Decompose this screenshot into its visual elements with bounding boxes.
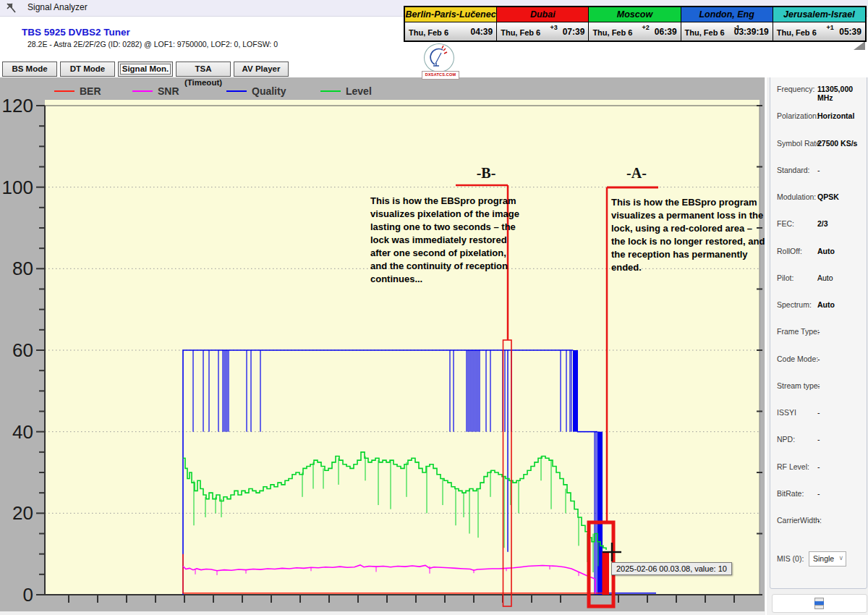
clock-city: Moscow (589, 7, 680, 22)
clock-time-cell: Thu, Feb 6+307:39 (497, 22, 588, 41)
svg-text:120: 120 (2, 95, 33, 116)
svg-text:80: 80 (12, 258, 33, 279)
transponder-label: BitRate: (777, 489, 804, 498)
mis-row: MIS (0): Single ∨ (767, 551, 868, 567)
snr-line-swatch (132, 90, 153, 92)
transponder-label: Symbol Rate: (777, 139, 822, 148)
window-title: Signal Analyzer (27, 2, 88, 12)
transponder-value: - (817, 355, 820, 363)
app-icon (6, 2, 17, 14)
transponder-row: Stream type:- (767, 381, 868, 393)
chevron-down-icon: ∨ (838, 554, 843, 561)
transponder-panel: Transponder [DT] Frequency:11305,000 MHz… (765, 45, 868, 615)
transponder-row: Standard:- (767, 166, 868, 177)
transponder-value: QPSK (817, 192, 839, 201)
tab-signal-mon[interactable]: Signal Mon. (118, 62, 173, 77)
transponder-row: FEC:2/3 (767, 219, 868, 231)
transponder-label: ISSYI (777, 408, 796, 417)
clock-city: London, Eng (681, 7, 773, 22)
transponder-row: Frame Type:- (767, 327, 868, 339)
world-clock-panel[interactable]: Berlin-Paris-LučenecThu, Feb 604:39Dubai… (404, 6, 867, 42)
transponder-row: Pilot:Auto (767, 273, 868, 285)
clock-time-cell: Thu, Feb 6+206:39 (589, 22, 680, 41)
transponder-label: Frame Type: (777, 327, 820, 336)
clock-date: Thu, Feb 6 (501, 28, 540, 37)
clock-time: 05:39 (839, 27, 861, 37)
annotation-a-text: This is how the EBSpro programvisualizes… (611, 196, 765, 274)
transponder-label: NPD: (777, 435, 795, 444)
clock-time: 03:39:19 (734, 27, 769, 37)
clock-utc-offset: +1 (827, 24, 834, 31)
transponder-value: 27500 KS/s (817, 139, 857, 148)
quality-line-swatch (226, 90, 247, 92)
clock-berlin-paris-lu-enec: Berlin-Paris-LučenecThu, Feb 604:39 (405, 7, 497, 41)
transponder-value: 2/3 (817, 219, 828, 228)
logo-caption: DXSATCS.COM (422, 71, 459, 80)
clock-utc-offset: +3 (550, 24, 557, 31)
legend-level: Level (320, 85, 372, 98)
logo-oval (424, 43, 454, 72)
ber-line-swatch (54, 90, 75, 92)
chart-region: 020406080100120 BER SNR Quality Level -B… (0, 77, 765, 611)
clock-time: 07:39 (563, 27, 585, 37)
clock-city: Dubai (497, 7, 588, 22)
transponder-label: Modulation: (777, 192, 816, 201)
transponder-value: - (817, 327, 820, 336)
transponder-row: RF Level:- (767, 462, 868, 474)
transponder-value: Auto (817, 247, 835, 255)
clock-city: Jerusalem-Israel (773, 7, 865, 22)
chart-tooltip: 2025-02-06 00.03.08, value: 10 (611, 562, 732, 575)
annotation-b-label: -B- (457, 165, 515, 182)
mis-value: Single (813, 554, 834, 563)
transponder-value: - (817, 381, 820, 390)
transponder-value: - (817, 516, 820, 525)
tab-bs-mode[interactable]: BS Mode (2, 62, 57, 77)
tab-av-player[interactable]: AV Player (234, 62, 289, 77)
transponder-label: Frequency: (777, 85, 815, 93)
transponder-value: Horizontal (817, 111, 854, 120)
stream-list-icon (814, 598, 824, 609)
clock-date: Thu, Feb 6 (592, 28, 632, 37)
svg-text:20: 20 (12, 502, 33, 524)
legend-ber: BER (54, 85, 101, 98)
transponder-value: - (817, 435, 820, 444)
clock-dubai: DubaiThu, Feb 6+307:39 (497, 7, 589, 41)
tab-dt-mode[interactable]: DT Mode (60, 62, 115, 77)
resize-grip-icon[interactable] (854, 41, 865, 50)
transponder-row: Polarization:Horizontal (767, 111, 868, 123)
transponder-value: 11305,000 MHz (817, 85, 868, 102)
transponder-label: Code Mode: (777, 355, 818, 363)
transport-stream-button[interactable] (772, 594, 867, 613)
clock-moscow: MoscowThu, Feb 6+206:39 (589, 7, 681, 41)
transponder-label: CarrierWidth: (777, 516, 822, 525)
satellite-dish-icon (425, 44, 454, 72)
svg-text:40: 40 (12, 421, 33, 443)
transponder-label: Polarization: (777, 111, 819, 120)
tab-tsa-timeout[interactable]: TSA (Timeout) (176, 62, 231, 77)
mis-label: MIS (0): (777, 554, 804, 563)
level-line-swatch (320, 90, 341, 92)
annotation-b-text: This is how the EBSpro programvisualizes… (370, 195, 519, 286)
transponder-value: - (817, 462, 820, 471)
dxsatcs-logo: DXSATCS.COM (422, 43, 458, 80)
transponder-label: FEC: (777, 219, 794, 228)
transponder-row: Symbol Rate:27500 KS/s (767, 139, 868, 150)
clock-london-eng: London, EngThu, Feb 6-103:39:19 (681, 7, 773, 41)
transponder-row: CarrierWidth:- (767, 516, 868, 527)
annotation-a-label: -A- (608, 165, 665, 182)
clock-utc-offset: +2 (642, 24, 650, 31)
clock-time: 06:39 (655, 27, 677, 37)
transponder-row: BitRate:- (767, 489, 868, 501)
transponder-label: Stream type: (777, 381, 820, 390)
transponder-value: - (817, 489, 820, 498)
transponder-label: Pilot: (777, 273, 793, 282)
clock-time-cell: Thu, Feb 604:39 (405, 22, 496, 41)
transponder-value: Auto (817, 300, 835, 309)
clock-date: Thu, Feb 6 (685, 28, 725, 37)
mis-dropdown[interactable]: Single ∨ (809, 551, 846, 567)
device-title: TBS 5925 DVBS2 Tuner (22, 27, 130, 38)
signal-chart[interactable]: 020406080100120 (0, 77, 765, 611)
legend-snr: SNR (132, 85, 179, 98)
clock-date: Thu, Feb 6 (777, 28, 817, 37)
transponder-value: - (817, 408, 820, 417)
